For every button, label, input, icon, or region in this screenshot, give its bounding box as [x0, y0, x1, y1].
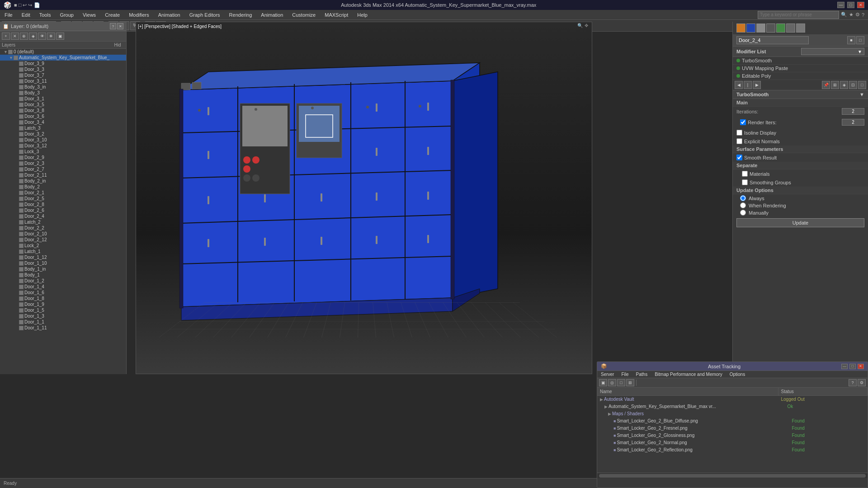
isoline-checkbox[interactable] — [736, 130, 742, 136]
layer-item[interactable]: Door_2_5 — [0, 196, 126, 202]
at-row-fresnel[interactable]: ■Smart_Locker_Geo_2_Fresnel.png Found — [597, 425, 868, 432]
mod-nav-tabs[interactable]: ◀ | ▶ 📌 ⊞ ◈ ⊡ □ — [733, 80, 868, 90]
mod-nav-4[interactable]: ⊞ — [831, 81, 839, 89]
at-hscroll-bar[interactable] — [599, 474, 866, 478]
at-row-normal[interactable]: ■Smart_Locker_Geo_2_Normal.png Found — [597, 439, 868, 446]
at-row-file[interactable]: ▶Automatic_System_Key_Supermarket_Blue_m… — [597, 403, 868, 410]
object-name-input[interactable] — [736, 36, 809, 44]
layer-item[interactable]: Door_2_3 — [0, 160, 126, 166]
mod-nav-1[interactable]: ◀ — [735, 81, 743, 89]
at-menu-bitmap[interactable]: Bitmap Performance and Memory — [651, 371, 726, 378]
layer-item[interactable]: Body_2_in — [0, 178, 126, 184]
viewport[interactable]: [+] [Perspective] [Shaded + Edged Faces] — [136, 22, 592, 374]
layer-item[interactable]: Latch_1 — [0, 249, 126, 254]
layer-item[interactable]: Door_2_10 — [0, 231, 126, 237]
search-input[interactable] — [758, 11, 839, 19]
at-maximize[interactable]: □ — [849, 364, 856, 369]
smooth-checkbox[interactable] — [736, 155, 742, 160]
color-toolbar-extra[interactable] — [796, 23, 805, 33]
menu-edit[interactable]: Edit — [17, 10, 35, 19]
layer-item[interactable]: Door_3_2 — [0, 131, 126, 137]
layer-item[interactable]: Body_1 — [0, 272, 126, 278]
lt-delete[interactable]: ✕ — [11, 33, 19, 40]
zoom-icon[interactable]: 🔍 — [577, 23, 583, 28]
layer-item[interactable]: Door_3_4 — [0, 119, 126, 125]
rp-icon-1[interactable]: ■ — [847, 36, 855, 44]
at-btn-3[interactable]: □ — [617, 379, 625, 386]
title-right[interactable]: — □ ✕ — [837, 2, 864, 8]
layer-item[interactable]: Door_1_3 — [0, 313, 126, 319]
radio-manually[interactable]: Manually — [740, 210, 861, 216]
layer-item[interactable]: Door_1_9 — [0, 301, 126, 307]
mod-nav-6[interactable]: ⊡ — [849, 81, 857, 89]
at-btn-4[interactable]: ⊞ — [626, 379, 634, 386]
lt-render[interactable]: ▣ — [56, 33, 64, 40]
at-row-reflection[interactable]: ■Smart_Locker_Geo_2_Reflection.png Found — [597, 446, 868, 454]
radio-always[interactable]: Always — [740, 195, 861, 201]
layer-item[interactable]: Lock_3 — [0, 149, 126, 155]
at-btn-help[interactable]: ? — [849, 379, 857, 386]
rp-color-tabs[interactable] — [733, 22, 868, 34]
menu-create[interactable]: Create — [100, 10, 124, 19]
at-menu-options[interactable]: Options — [726, 371, 749, 378]
menu-views[interactable]: Views — [78, 10, 100, 19]
at-btn-settings[interactable]: ⚙ — [858, 379, 866, 386]
layer-item[interactable]: Door_1_5 — [0, 307, 126, 313]
layer-item[interactable]: Body_2 — [0, 184, 126, 190]
explicit-checkbox[interactable] — [736, 138, 742, 144]
menu-animation2[interactable]: Animation — [256, 10, 288, 19]
at-menu-file[interactable]: File — [618, 371, 632, 378]
update-button[interactable]: Update — [736, 218, 864, 227]
at-minimize[interactable]: — — [841, 364, 848, 369]
viewport-controls[interactable]: 🔍 ✥ — [577, 23, 588, 28]
modifier-turbosmooth[interactable]: TurboSmooth — [733, 57, 868, 65]
mod-nav-pin[interactable]: 📌 — [822, 81, 830, 89]
at-btn-1[interactable]: ▣ — [599, 379, 607, 386]
menu-rendering[interactable]: Rendering — [225, 10, 257, 19]
menu-graph-editors[interactable]: Graph Editors — [185, 10, 225, 19]
layer-item[interactable]: Door_1_10 — [0, 260, 126, 266]
render-iters-checkbox[interactable] — [740, 119, 746, 125]
modifier-editable-poly[interactable]: Editable Poly — [733, 72, 868, 80]
maximize-button[interactable]: □ — [847, 2, 854, 8]
layer-item[interactable]: Body_3 — [0, 90, 126, 96]
layer-item[interactable]: Lock_2 — [0, 243, 126, 249]
radio-manually-input[interactable] — [740, 210, 746, 216]
layer-item[interactable]: Door_2_8 — [0, 202, 126, 207]
at-row-glossiness[interactable]: ■Smart_Locker_Geo_2_Glossiness.png Found — [597, 432, 868, 439]
layer-item[interactable]: Body_3_in — [0, 84, 126, 90]
lt-hide[interactable]: 👁 — [38, 33, 46, 40]
menu-group[interactable]: Group — [55, 10, 78, 19]
turbosmooth-section[interactable]: TurboSmooth ▼ — [733, 90, 868, 99]
color-blue[interactable] — [746, 23, 755, 33]
menu-customize[interactable]: Customize — [288, 10, 320, 19]
layer-item[interactable]: Door_2_7 — [0, 166, 126, 172]
radio-when-rendering-input[interactable] — [740, 202, 746, 208]
layer-item[interactable]: Door_1_8 — [0, 296, 126, 301]
layer-item[interactable]: Door_3_6 — [0, 113, 126, 119]
minimize-button[interactable]: — — [837, 2, 844, 8]
layer-panel-help[interactable]: ? — [110, 23, 116, 29]
lt-select[interactable]: ◈ — [29, 33, 37, 40]
at-btn-2[interactable]: ◎ — [608, 379, 616, 386]
iterations-input[interactable] — [842, 108, 864, 115]
layer-item[interactable]: Latch_2 — [0, 219, 126, 225]
lt-add-sel[interactable]: ⊕ — [20, 33, 28, 40]
menu-tools[interactable]: Tools — [35, 10, 56, 19]
layer-item[interactable]: Door_3_10 — [0, 137, 126, 143]
layer-item[interactable]: Door_2_4 — [0, 213, 126, 219]
color-gray1[interactable] — [756, 23, 765, 33]
at-menu-server[interactable]: Server — [597, 371, 618, 378]
menu-file[interactable]: File — [0, 10, 17, 19]
mod-nav-5[interactable]: ◈ — [840, 81, 848, 89]
color-green[interactable] — [776, 23, 785, 33]
layer-item[interactable]: Door_2_11 — [0, 172, 126, 178]
pan-icon[interactable]: ✥ — [585, 23, 588, 28]
layer-item[interactable]: Door_3_3 — [0, 66, 126, 72]
at-menu-paths[interactable]: Paths — [632, 371, 651, 378]
layer-item[interactable]: Door_3_8 — [0, 108, 126, 113]
render-iters-input[interactable] — [842, 119, 864, 126]
layer-item[interactable]: Door_2_12 — [0, 237, 126, 243]
modifier-list-header[interactable]: Modifier List ▼ — [733, 47, 868, 57]
at-row-vault[interactable]: ▶Autodesk Vault Logged Out — [597, 396, 868, 403]
